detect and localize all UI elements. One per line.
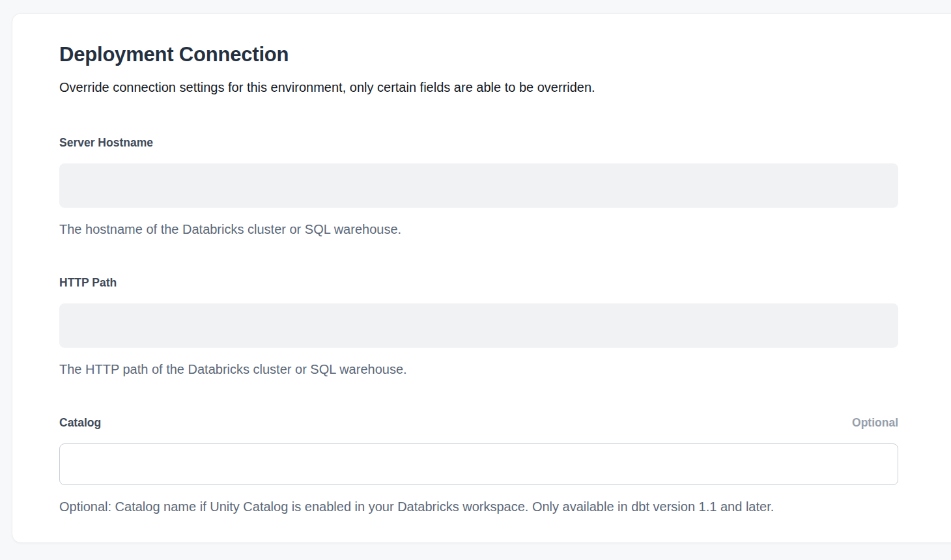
catalog-optional-tag: Optional (852, 415, 898, 430)
catalog-label: Catalog (59, 415, 101, 430)
server-hostname-help: The hostname of the Databricks cluster o… (59, 221, 898, 238)
server-hostname-input (59, 163, 898, 208)
catalog-help: Optional: Catalog name if Unity Catalog … (59, 498, 898, 516)
field-catalog: Catalog Optional Optional: Catalog name … (59, 415, 898, 516)
http-path-label-row: HTTP Path (59, 275, 898, 290)
page-title: Deployment Connection (59, 41, 898, 68)
catalog-input[interactable] (59, 443, 898, 485)
field-http-path: HTTP Path The HTTP path of the Databrick… (59, 275, 898, 378)
server-hostname-label: Server Hostname (59, 135, 153, 150)
catalog-label-row: Catalog Optional (59, 415, 898, 430)
http-path-help: The HTTP path of the Databricks cluster … (59, 361, 898, 378)
http-path-label: HTTP Path (59, 275, 117, 290)
field-server-hostname: Server Hostname The hostname of the Data… (59, 135, 898, 238)
http-path-input (59, 303, 898, 348)
deployment-connection-card: Deployment Connection Override connectio… (12, 13, 951, 543)
page-subtitle: Override connection settings for this en… (59, 79, 898, 96)
card-content: Deployment Connection Override connectio… (59, 41, 898, 516)
server-hostname-label-row: Server Hostname (59, 135, 898, 150)
